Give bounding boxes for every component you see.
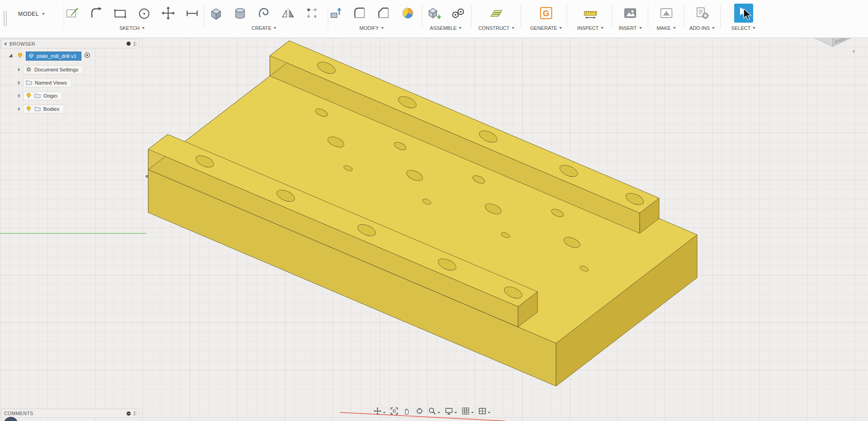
collapsed-arrow-icon[interactable]	[18, 94, 20, 98]
zoom-button[interactable]	[428, 407, 440, 415]
origin-item[interactable]: Origin	[23, 91, 62, 100]
sketch-menu[interactable]: SKETCH	[119, 25, 145, 31]
grid-icon	[462, 407, 470, 415]
chevron-down-icon	[142, 27, 145, 29]
folder-icon	[34, 93, 41, 99]
new-component-icon[interactable]	[426, 4, 442, 22]
collapse-panel-icon[interactable]	[4, 42, 6, 46]
insert-image-icon[interactable]	[622, 4, 638, 22]
collapsed-arrow-icon[interactable]	[18, 68, 20, 71]
group-insert: INSERT	[612, 2, 648, 31]
hand-icon	[403, 407, 411, 415]
make-menu[interactable]: MAKE	[656, 25, 675, 31]
chevron-down-icon	[712, 27, 715, 29]
document-settings-item[interactable]: Document Settings	[23, 65, 83, 74]
select-menu[interactable]: SELECT	[731, 25, 756, 31]
visibility-bulb-icon[interactable]	[26, 106, 32, 113]
main-toolbar: MODEL SKETCH CREA	[0, 0, 868, 38]
view-navbar	[373, 407, 491, 415]
modify-menu[interactable]: MODIFY	[359, 25, 384, 31]
display-settings-icon	[445, 407, 453, 415]
insert-menu[interactable]: INSERT	[618, 25, 642, 31]
select-icon[interactable]	[734, 4, 753, 23]
orbit-button[interactable]	[415, 407, 424, 415]
sketch-arc-icon[interactable]	[88, 4, 104, 22]
measure-icon[interactable]	[582, 4, 599, 22]
inspect-menu[interactable]: INSPECT	[577, 25, 604, 31]
addins-icon[interactable]	[694, 4, 710, 22]
fit-button[interactable]	[390, 407, 398, 415]
visibility-bulb-icon[interactable]	[17, 52, 23, 60]
chevron-down-icon	[601, 27, 604, 29]
chevron-down-icon	[42, 13, 45, 15]
root-component-item[interactable]: plate_mill_drill v1	[26, 52, 81, 61]
coil-icon[interactable]	[256, 4, 272, 22]
add-comment-icon[interactable]	[127, 412, 131, 416]
folder-icon	[34, 106, 41, 112]
comments-title: COMMENTS	[4, 411, 123, 416]
chevron-down-icon	[471, 412, 474, 413]
generate-icon[interactable]: G	[538, 4, 554, 22]
fillet-icon[interactable]	[352, 4, 368, 22]
plane-icon[interactable]	[488, 4, 505, 22]
expanded-arrow-icon[interactable]	[9, 54, 16, 61]
named-views-label: Named Views	[35, 80, 67, 85]
make-icon[interactable]	[658, 4, 675, 22]
collapsed-arrow-icon[interactable]	[18, 107, 20, 111]
toolbar-grip[interactable]	[4, 11, 7, 26]
visibility-bulb-icon[interactable]	[26, 93, 32, 99]
tree-row-origin[interactable]: Origin	[18, 91, 62, 101]
slot-icon[interactable]	[184, 4, 200, 22]
appearance-icon[interactable]	[400, 4, 416, 22]
create-sketch-icon[interactable]	[64, 4, 80, 22]
browser-header[interactable]: BROWSER	[1, 39, 139, 48]
workspace-switcher[interactable]: MODEL	[18, 11, 45, 17]
tree-row-document-settings[interactable]: Document Settings	[18, 65, 83, 75]
group-select: SELECT	[724, 2, 763, 31]
folder-icon	[26, 80, 32, 86]
chamfer-icon[interactable]	[376, 4, 392, 22]
sketch-move-icon[interactable]	[160, 4, 176, 22]
display-settings-button[interactable]	[445, 407, 457, 415]
root-component-label: plate_mill_drill v1	[37, 53, 76, 59]
tree-row-bodies[interactable]: Bodies	[18, 104, 64, 114]
generate-menu[interactable]: GENERATE	[530, 25, 562, 31]
panel-grip-icon[interactable]	[134, 42, 136, 46]
circle-icon[interactable]	[136, 4, 152, 22]
activate-radio-icon[interactable]	[84, 52, 90, 60]
fusion360-app: { "colors": { "body_top": "#e7d154", "bo…	[0, 0, 868, 421]
comments-panel[interactable]: COMMENTS	[1, 409, 139, 418]
cylinder-icon[interactable]	[232, 4, 248, 22]
viewports-button[interactable]	[478, 407, 491, 415]
pattern-icon[interactable]	[304, 4, 320, 22]
mirror-icon[interactable]	[280, 4, 296, 22]
grid-snaps-button[interactable]	[462, 407, 474, 415]
press-pull-icon[interactable]	[328, 4, 344, 22]
origin-label: Origin	[43, 93, 57, 99]
pan-orbit-button[interactable]	[373, 407, 386, 415]
panel-options-icon[interactable]	[127, 42, 131, 46]
tree-row-named-views[interactable]: Named Views	[18, 78, 72, 88]
fit-icon	[390, 407, 398, 415]
chevron-down-icon	[488, 412, 491, 413]
browser-title: BROWSER	[9, 41, 123, 47]
group-inspect: INSPECT	[568, 2, 613, 31]
tree-row-root[interactable]: plate_mill_drill v1	[10, 51, 90, 61]
chevron-down-icon	[274, 27, 276, 29]
bodies-item[interactable]: Bodies	[23, 104, 64, 114]
panel-grip-icon[interactable]	[134, 411, 136, 416]
group-generate: G GENERATE	[524, 2, 569, 31]
collapsed-arrow-icon[interactable]	[18, 81, 20, 85]
addins-menu[interactable]: ADD-INS	[689, 25, 715, 31]
construct-menu[interactable]: CONSTRUCT	[478, 25, 514, 31]
chevron-down-icon	[559, 27, 562, 29]
box-icon[interactable]	[208, 4, 224, 22]
pan-hand-button[interactable]	[403, 407, 411, 415]
joint-icon[interactable]	[450, 4, 466, 22]
assemble-menu[interactable]: ASSEMBLE	[430, 25, 462, 31]
create-menu[interactable]: CREATE	[252, 25, 277, 31]
named-views-item[interactable]: Named Views	[23, 78, 72, 87]
chevron-down-icon	[454, 412, 457, 413]
rectangle-icon[interactable]	[112, 4, 128, 22]
viewport-canvas[interactable]	[0, 38, 868, 421]
